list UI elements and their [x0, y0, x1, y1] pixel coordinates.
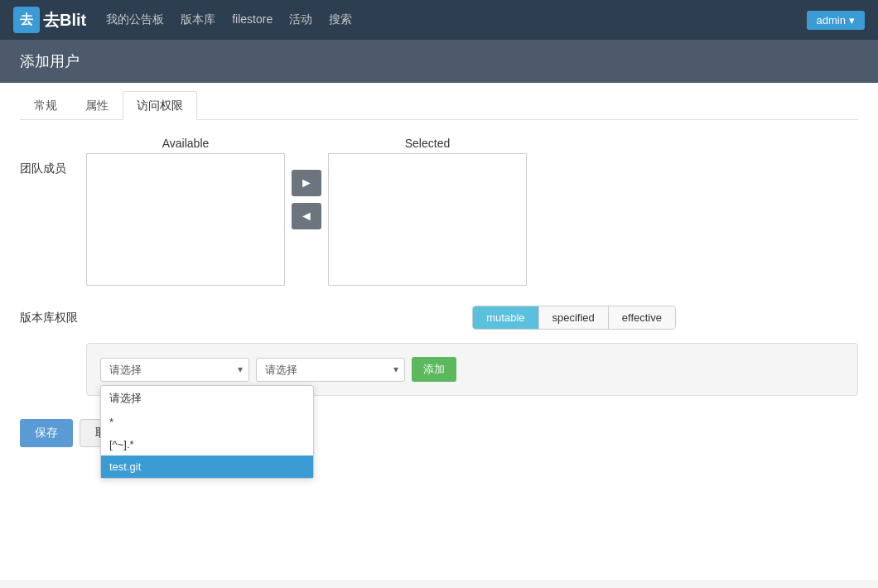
navbar: 去 去Blit 我的公告板 版本库 filestore 活动 搜索 admin … [0, 0, 878, 40]
available-listbox[interactable] [86, 153, 285, 286]
move-left-icon: ◄ [300, 209, 313, 224]
brand[interactable]: 去 去Blit [13, 7, 86, 33]
available-label: Available [86, 137, 285, 150]
tabs: 常规 属性 访问权限 [20, 83, 858, 120]
dropdown-popup: 请选择 * [^~].* test.git [100, 385, 314, 479]
btn-specified[interactable]: specified [539, 306, 609, 329]
team-members-section: 团队成员 Available ► ◄ Selected [20, 137, 858, 286]
tab-attrs[interactable]: 属性 [71, 91, 123, 120]
selected-label: Selected [328, 137, 527, 150]
nav-bulletin[interactable]: 我的公告板 [106, 9, 164, 31]
brand-text: 去Blit [43, 9, 86, 31]
repo-select-box: 请选择 * [^~].* test.git ▾ [100, 358, 249, 382]
tab-access[interactable]: 访问权限 [123, 91, 197, 120]
selected-listbox[interactable] [328, 153, 527, 286]
save-button[interactable]: 保存 [20, 419, 73, 447]
nav-search[interactable]: 搜索 [329, 9, 352, 31]
page-title: 添加用户 [20, 53, 80, 70]
page-title-bar: 添加用户 [0, 40, 878, 83]
nav-filestore[interactable]: filestore [232, 9, 273, 31]
repo-select[interactable]: 请选择 * [^~].* test.git [100, 358, 249, 382]
move-right-icon: ► [300, 176, 313, 190]
repo-perms-label: 版本库权限 [20, 311, 86, 325]
move-right-button[interactable]: ► [292, 170, 321, 196]
dropdown-item-regex[interactable]: [^~].* [101, 433, 313, 455]
navbar-right: admin ▾ [807, 11, 865, 30]
btn-effective[interactable]: effective [609, 306, 675, 329]
transfer-buttons: ► ◄ [285, 170, 328, 229]
admin-dropdown-arrow: ▾ [849, 14, 855, 27]
tab-normal[interactable]: 常规 [20, 91, 71, 120]
nav-repos[interactable]: 版本库 [181, 9, 215, 31]
admin-label: admin [817, 14, 846, 27]
main-content: 常规 属性 访问权限 团队成员 Available ► ◄ Selected [0, 83, 878, 580]
main-nav: 我的公告板 版本库 filestore 活动 搜索 [106, 9, 786, 31]
add-permission-container: 请选择 * [^~].* test.git ▾ 请选择 ▾ 添加 请选择 * [… [86, 343, 858, 396]
add-permission-row: 请选择 * [^~].* test.git ▾ 请选择 ▾ 添加 [100, 357, 844, 382]
logo-icon: 去 [13, 7, 40, 33]
transfer-box: Available ► ◄ Selected [86, 137, 527, 286]
selected-box-container: Selected [328, 137, 527, 286]
dropdown-item-placeholder[interactable]: 请选择 [101, 386, 313, 411]
perm-select-box: 请选择 ▾ [256, 358, 405, 382]
permissions-btn-group: mutable specified effective [472, 306, 676, 330]
dropdown-item-testgit[interactable]: test.git [101, 455, 313, 478]
move-left-button[interactable]: ◄ [292, 203, 321, 229]
repo-permissions-section: 版本库权限 mutable specified effective [20, 306, 858, 330]
btn-mutable[interactable]: mutable [473, 306, 538, 329]
available-box-container: Available [86, 137, 285, 286]
team-members-label: 团队成员 [20, 137, 86, 176]
dropdown-item-star[interactable]: * [101, 411, 313, 433]
admin-button[interactable]: admin ▾ [807, 11, 865, 30]
nav-activity[interactable]: 活动 [289, 9, 312, 31]
perm-select[interactable]: 请选择 [256, 358, 405, 382]
add-permission-button[interactable]: 添加 [412, 357, 456, 382]
version-footer: v1.8.0 [0, 580, 878, 588]
